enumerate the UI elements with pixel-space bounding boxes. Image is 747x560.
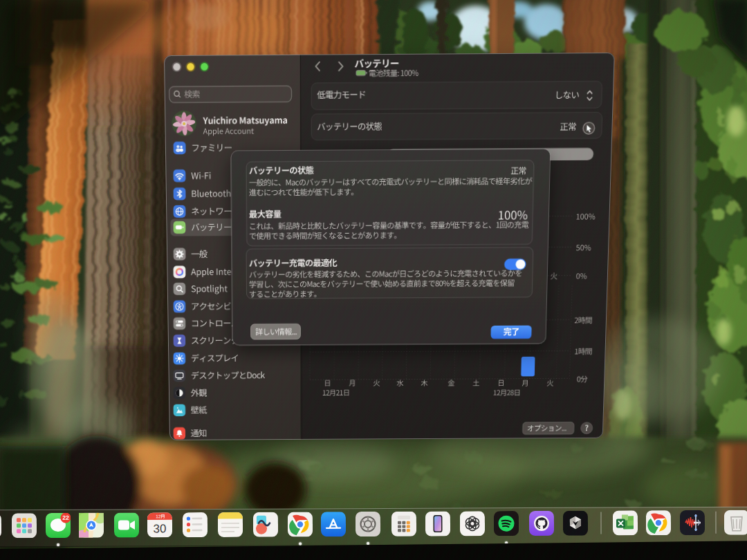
svg-text:22: 22 xyxy=(62,514,69,521)
svg-text:30: 30 xyxy=(154,522,167,535)
svg-text:12: 12 xyxy=(156,514,161,519)
